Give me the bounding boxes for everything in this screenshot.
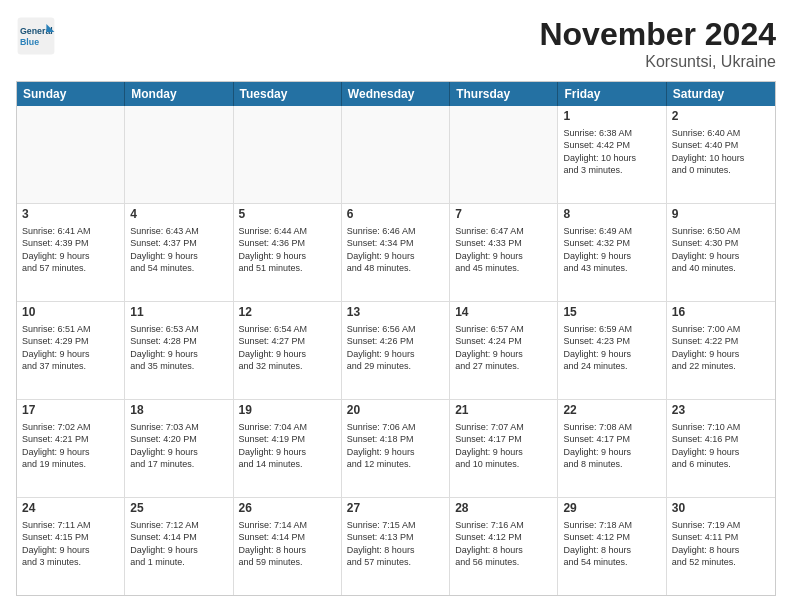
- day-number-2: 2: [672, 109, 770, 125]
- day-number-17: 17: [22, 403, 119, 419]
- day-number-30: 30: [672, 501, 770, 517]
- day-number-23: 23: [672, 403, 770, 419]
- week-row-3: 10Sunrise: 6:51 AM Sunset: 4:29 PM Dayli…: [17, 301, 775, 399]
- header-saturday: Saturday: [667, 82, 775, 106]
- day-number-21: 21: [455, 403, 552, 419]
- day-number-29: 29: [563, 501, 660, 517]
- logo: General Blue: [16, 16, 56, 56]
- day-number-24: 24: [22, 501, 119, 517]
- page-title: November 2024: [539, 16, 776, 53]
- day-info-7: Sunrise: 6:47 AM Sunset: 4:33 PM Dayligh…: [455, 225, 552, 275]
- week-row-4: 17Sunrise: 7:02 AM Sunset: 4:21 PM Dayli…: [17, 399, 775, 497]
- day-number-9: 9: [672, 207, 770, 223]
- day-info-23: Sunrise: 7:10 AM Sunset: 4:16 PM Dayligh…: [672, 421, 770, 471]
- day-cell-15: 15Sunrise: 6:59 AM Sunset: 4:23 PM Dayli…: [558, 302, 666, 399]
- day-info-15: Sunrise: 6:59 AM Sunset: 4:23 PM Dayligh…: [563, 323, 660, 373]
- day-cell-28: 28Sunrise: 7:16 AM Sunset: 4:12 PM Dayli…: [450, 498, 558, 595]
- day-cell-7: 7Sunrise: 6:47 AM Sunset: 4:33 PM Daylig…: [450, 204, 558, 301]
- day-info-14: Sunrise: 6:57 AM Sunset: 4:24 PM Dayligh…: [455, 323, 552, 373]
- empty-cell-w0c3: [342, 106, 450, 203]
- header-thursday: Thursday: [450, 82, 558, 106]
- day-info-17: Sunrise: 7:02 AM Sunset: 4:21 PM Dayligh…: [22, 421, 119, 471]
- day-cell-4: 4Sunrise: 6:43 AM Sunset: 4:37 PM Daylig…: [125, 204, 233, 301]
- day-info-22: Sunrise: 7:08 AM Sunset: 4:17 PM Dayligh…: [563, 421, 660, 471]
- day-info-27: Sunrise: 7:15 AM Sunset: 4:13 PM Dayligh…: [347, 519, 444, 569]
- empty-cell-w0c2: [234, 106, 342, 203]
- day-number-20: 20: [347, 403, 444, 419]
- day-info-19: Sunrise: 7:04 AM Sunset: 4:19 PM Dayligh…: [239, 421, 336, 471]
- day-cell-18: 18Sunrise: 7:03 AM Sunset: 4:20 PM Dayli…: [125, 400, 233, 497]
- day-number-25: 25: [130, 501, 227, 517]
- day-info-18: Sunrise: 7:03 AM Sunset: 4:20 PM Dayligh…: [130, 421, 227, 471]
- day-cell-16: 16Sunrise: 7:00 AM Sunset: 4:22 PM Dayli…: [667, 302, 775, 399]
- day-info-16: Sunrise: 7:00 AM Sunset: 4:22 PM Dayligh…: [672, 323, 770, 373]
- day-cell-27: 27Sunrise: 7:15 AM Sunset: 4:13 PM Dayli…: [342, 498, 450, 595]
- day-cell-9: 9Sunrise: 6:50 AM Sunset: 4:30 PM Daylig…: [667, 204, 775, 301]
- calendar-body: 1Sunrise: 6:38 AM Sunset: 4:42 PM Daylig…: [17, 106, 775, 595]
- day-info-9: Sunrise: 6:50 AM Sunset: 4:30 PM Dayligh…: [672, 225, 770, 275]
- header: General Blue November 2024 Korsuntsi, Uk…: [16, 16, 776, 71]
- day-number-13: 13: [347, 305, 444, 321]
- svg-rect-0: [18, 18, 55, 55]
- day-info-26: Sunrise: 7:14 AM Sunset: 4:14 PM Dayligh…: [239, 519, 336, 569]
- day-cell-13: 13Sunrise: 6:56 AM Sunset: 4:26 PM Dayli…: [342, 302, 450, 399]
- header-sunday: Sunday: [17, 82, 125, 106]
- day-number-10: 10: [22, 305, 119, 321]
- day-cell-5: 5Sunrise: 6:44 AM Sunset: 4:36 PM Daylig…: [234, 204, 342, 301]
- day-cell-29: 29Sunrise: 7:18 AM Sunset: 4:12 PM Dayli…: [558, 498, 666, 595]
- header-monday: Monday: [125, 82, 233, 106]
- day-cell-11: 11Sunrise: 6:53 AM Sunset: 4:28 PM Dayli…: [125, 302, 233, 399]
- day-number-1: 1: [563, 109, 660, 125]
- day-cell-20: 20Sunrise: 7:06 AM Sunset: 4:18 PM Dayli…: [342, 400, 450, 497]
- calendar-header: Sunday Monday Tuesday Wednesday Thursday…: [17, 82, 775, 106]
- day-info-12: Sunrise: 6:54 AM Sunset: 4:27 PM Dayligh…: [239, 323, 336, 373]
- day-number-3: 3: [22, 207, 119, 223]
- day-info-6: Sunrise: 6:46 AM Sunset: 4:34 PM Dayligh…: [347, 225, 444, 275]
- day-number-26: 26: [239, 501, 336, 517]
- empty-cell-w0c0: [17, 106, 125, 203]
- day-number-18: 18: [130, 403, 227, 419]
- day-cell-23: 23Sunrise: 7:10 AM Sunset: 4:16 PM Dayli…: [667, 400, 775, 497]
- day-info-5: Sunrise: 6:44 AM Sunset: 4:36 PM Dayligh…: [239, 225, 336, 275]
- day-cell-6: 6Sunrise: 6:46 AM Sunset: 4:34 PM Daylig…: [342, 204, 450, 301]
- day-number-12: 12: [239, 305, 336, 321]
- day-cell-8: 8Sunrise: 6:49 AM Sunset: 4:32 PM Daylig…: [558, 204, 666, 301]
- day-info-21: Sunrise: 7:07 AM Sunset: 4:17 PM Dayligh…: [455, 421, 552, 471]
- day-info-25: Sunrise: 7:12 AM Sunset: 4:14 PM Dayligh…: [130, 519, 227, 569]
- empty-cell-w0c4: [450, 106, 558, 203]
- day-cell-17: 17Sunrise: 7:02 AM Sunset: 4:21 PM Dayli…: [17, 400, 125, 497]
- page-subtitle: Korsuntsi, Ukraine: [539, 53, 776, 71]
- svg-text:Blue: Blue: [20, 37, 39, 47]
- day-cell-25: 25Sunrise: 7:12 AM Sunset: 4:14 PM Dayli…: [125, 498, 233, 595]
- day-info-29: Sunrise: 7:18 AM Sunset: 4:12 PM Dayligh…: [563, 519, 660, 569]
- week-row-5: 24Sunrise: 7:11 AM Sunset: 4:15 PM Dayli…: [17, 497, 775, 595]
- day-number-5: 5: [239, 207, 336, 223]
- day-info-30: Sunrise: 7:19 AM Sunset: 4:11 PM Dayligh…: [672, 519, 770, 569]
- day-info-8: Sunrise: 6:49 AM Sunset: 4:32 PM Dayligh…: [563, 225, 660, 275]
- logo-icon: General Blue: [16, 16, 56, 56]
- day-info-3: Sunrise: 6:41 AM Sunset: 4:39 PM Dayligh…: [22, 225, 119, 275]
- day-cell-14: 14Sunrise: 6:57 AM Sunset: 4:24 PM Dayli…: [450, 302, 558, 399]
- day-cell-19: 19Sunrise: 7:04 AM Sunset: 4:19 PM Dayli…: [234, 400, 342, 497]
- day-info-2: Sunrise: 6:40 AM Sunset: 4:40 PM Dayligh…: [672, 127, 770, 177]
- day-info-11: Sunrise: 6:53 AM Sunset: 4:28 PM Dayligh…: [130, 323, 227, 373]
- day-number-28: 28: [455, 501, 552, 517]
- day-cell-3: 3Sunrise: 6:41 AM Sunset: 4:39 PM Daylig…: [17, 204, 125, 301]
- day-cell-1: 1Sunrise: 6:38 AM Sunset: 4:42 PM Daylig…: [558, 106, 666, 203]
- week-row-2: 3Sunrise: 6:41 AM Sunset: 4:39 PM Daylig…: [17, 203, 775, 301]
- header-tuesday: Tuesday: [234, 82, 342, 106]
- calendar: Sunday Monday Tuesday Wednesday Thursday…: [16, 81, 776, 596]
- day-info-28: Sunrise: 7:16 AM Sunset: 4:12 PM Dayligh…: [455, 519, 552, 569]
- day-info-1: Sunrise: 6:38 AM Sunset: 4:42 PM Dayligh…: [563, 127, 660, 177]
- day-number-7: 7: [455, 207, 552, 223]
- day-cell-12: 12Sunrise: 6:54 AM Sunset: 4:27 PM Dayli…: [234, 302, 342, 399]
- day-number-14: 14: [455, 305, 552, 321]
- day-number-8: 8: [563, 207, 660, 223]
- day-cell-24: 24Sunrise: 7:11 AM Sunset: 4:15 PM Dayli…: [17, 498, 125, 595]
- empty-cell-w0c1: [125, 106, 233, 203]
- week-row-1: 1Sunrise: 6:38 AM Sunset: 4:42 PM Daylig…: [17, 106, 775, 203]
- day-info-10: Sunrise: 6:51 AM Sunset: 4:29 PM Dayligh…: [22, 323, 119, 373]
- day-number-15: 15: [563, 305, 660, 321]
- day-number-11: 11: [130, 305, 227, 321]
- day-cell-30: 30Sunrise: 7:19 AM Sunset: 4:11 PM Dayli…: [667, 498, 775, 595]
